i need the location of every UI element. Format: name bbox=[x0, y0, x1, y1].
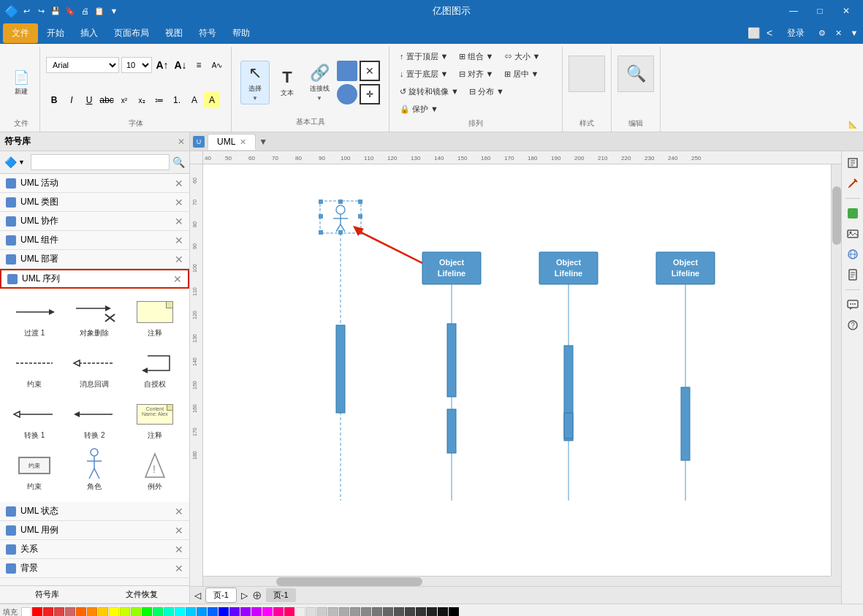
text-tool-btn[interactable]: T 文本 bbox=[273, 61, 302, 104]
print-btn[interactable]: 🖨 bbox=[79, 5, 91, 17]
close-menu-btn[interactable]: ✕ bbox=[832, 27, 844, 39]
color-swatch-purple2[interactable] bbox=[240, 607, 251, 617]
sidebar-item-uml-activity[interactable]: UML 活动 ✕ bbox=[0, 174, 189, 193]
color-swatch-red2[interactable] bbox=[43, 607, 53, 617]
numberedlist-btn[interactable]: 1. bbox=[169, 92, 185, 108]
color-picker-btn[interactable]: A∿ bbox=[209, 57, 225, 73]
color-swatch-sky2[interactable] bbox=[197, 607, 207, 617]
shape-rect-btn[interactable] bbox=[337, 61, 357, 81]
share-btn[interactable]: < bbox=[764, 27, 775, 39]
category-close-btn[interactable]: ✕ bbox=[175, 178, 183, 189]
color-swatch-lime1[interactable] bbox=[120, 607, 130, 617]
category-close-btn[interactable]: ✕ bbox=[175, 544, 183, 555]
symbol-role[interactable]: 角色 bbox=[66, 448, 123, 496]
save-btn[interactable]: 💾 bbox=[50, 5, 61, 17]
shape-x-btn[interactable]: ✕ bbox=[360, 61, 380, 81]
color-swatch-gray7[interactable] bbox=[361, 607, 371, 617]
distribute-btn[interactable]: ⊟ 分布 ▼ bbox=[465, 83, 509, 99]
sidebar-item-uml-collab[interactable]: UML 协作 ✕ bbox=[0, 212, 189, 231]
file-recovery-tab[interactable]: 文件恢复 bbox=[95, 586, 190, 604]
sidebar-item-uml-state[interactable]: UML 状态 ✕ bbox=[0, 502, 189, 521]
tab-more-btn[interactable]: ▼ bbox=[259, 137, 267, 147]
highlight-btn[interactable]: A bbox=[204, 92, 220, 108]
edit-palette-btn[interactable]: 🔍 bbox=[617, 56, 654, 92]
category-close-btn[interactable]: ✕ bbox=[175, 254, 183, 265]
color-swatch-gray10[interactable] bbox=[394, 607, 404, 617]
quickaccess-more-btn[interactable]: ▼ bbox=[108, 5, 120, 17]
scrollbar-h-thumb[interactable] bbox=[276, 577, 422, 586]
color-swatch-cyan2[interactable] bbox=[175, 607, 185, 617]
sidebar-close-btn[interactable]: ✕ bbox=[178, 137, 185, 147]
page-tab-1[interactable]: 页-1 bbox=[205, 588, 237, 603]
symbol-comment[interactable]: 注释 bbox=[126, 294, 183, 343]
color-swatch-sky1[interactable] bbox=[186, 607, 196, 617]
color-swatch-gray1[interactable] bbox=[295, 607, 305, 617]
sidebar-item-uml-deploy[interactable]: UML 部署 ✕ bbox=[0, 250, 189, 269]
send-to-back-btn[interactable]: ↓ 置于底层 ▼ bbox=[395, 66, 453, 82]
sidebar-item-uml-component[interactable]: UML 组件 ✕ bbox=[0, 231, 189, 250]
color-swatch-yellow1[interactable] bbox=[98, 607, 108, 617]
canvas-content[interactable]: Object Lifeline Object Lifeline bbox=[203, 164, 831, 576]
color-swatch-gray2[interactable] bbox=[306, 607, 316, 617]
size-btn[interactable]: ⇔ 大小 ▼ bbox=[500, 48, 545, 64]
close-btn[interactable]: ✕ bbox=[835, 4, 857, 18]
rotate-btn[interactable]: ↺ 旋转和镜像 ▼ bbox=[395, 83, 463, 99]
font-size-select[interactable]: 10 bbox=[121, 57, 152, 73]
symbol-constraint[interactable]: 约束 bbox=[6, 346, 63, 394]
tab-actions[interactable]: ▼ bbox=[259, 137, 267, 147]
color-swatch-gray3[interactable] bbox=[317, 607, 327, 617]
canvas-container[interactable]: 40 50 60 70 80 90 100 110 120 130 140 15… bbox=[190, 151, 841, 586]
share-screen-btn[interactable]: ⬜ bbox=[748, 27, 759, 39]
italic-btn[interactable]: I bbox=[64, 92, 80, 108]
tab-uml[interactable]: UML ✕ bbox=[208, 134, 256, 150]
shape-plus-btn[interactable]: ✛ bbox=[360, 84, 380, 104]
color-swatch-gray5[interactable] bbox=[339, 607, 349, 617]
symbol-msg-return[interactable]: 消息回调 bbox=[66, 346, 123, 394]
right-panel-chat-btn[interactable] bbox=[844, 296, 862, 313]
color-swatch-gray11[interactable] bbox=[405, 607, 415, 617]
color-swatch-gray13[interactable] bbox=[427, 607, 437, 617]
color-swatch-gray9[interactable] bbox=[383, 607, 393, 617]
scrollbar-vertical[interactable] bbox=[831, 164, 841, 576]
color-swatch-green1[interactable] bbox=[142, 607, 152, 617]
menu-start[interactable]: 开始 bbox=[39, 24, 72, 42]
quick-access-toolbar[interactable]: 🔷 ↩ ↪ 💾 🔖 🖨 📋 ▼ bbox=[6, 5, 120, 17]
redo-btn[interactable]: ↪ bbox=[35, 5, 47, 17]
page-nav-next-btn[interactable]: ▷ bbox=[241, 590, 248, 601]
shape-circle-btn[interactable] bbox=[337, 84, 357, 104]
color-swatch-green2[interactable] bbox=[153, 607, 163, 617]
template-btn[interactable]: 📋 bbox=[94, 5, 105, 17]
color-swatch-gray14[interactable] bbox=[438, 607, 448, 617]
connect-tool-btn[interactable]: 🔗 连接线 ▼ bbox=[305, 61, 334, 104]
category-close-btn[interactable]: ✕ bbox=[175, 525, 183, 536]
list-btn[interactable]: ≔ bbox=[151, 92, 167, 108]
sidebar-item-uml-sequence[interactable]: UML 序列 ✕ bbox=[0, 269, 189, 289]
superscript-btn[interactable]: x² bbox=[116, 92, 132, 108]
category-close-btn[interactable]: ✕ bbox=[175, 235, 183, 246]
textcolor-btn[interactable]: A bbox=[186, 92, 202, 108]
sidebar-item-relations[interactable]: 关系 ✕ bbox=[0, 540, 189, 559]
color-swatch-pink1[interactable] bbox=[273, 607, 284, 617]
category-close-btn[interactable]: ✕ bbox=[175, 563, 183, 574]
color-swatch-red4[interactable] bbox=[65, 607, 75, 617]
select-tool-btn[interactable]: ↖ 选择 ▼ bbox=[240, 61, 270, 104]
color-swatch-cyan1[interactable] bbox=[164, 607, 174, 617]
menu-insert[interactable]: 插入 bbox=[73, 24, 105, 42]
color-swatch-red1[interactable] bbox=[32, 607, 42, 617]
bold-btn[interactable]: B bbox=[46, 92, 62, 108]
color-swatch-blue2[interactable] bbox=[218, 607, 229, 617]
menu-page-layout[interactable]: 页面布局 bbox=[107, 24, 156, 42]
color-swatch-gray8[interactable] bbox=[372, 607, 382, 617]
color-swatch-purple3[interactable] bbox=[251, 607, 262, 617]
search-input[interactable] bbox=[31, 154, 170, 170]
symbol-constraint2[interactable]: 约束 约束 bbox=[6, 448, 63, 496]
symbol-convert1[interactable]: 转换 1 bbox=[6, 397, 63, 445]
sidebar-view-btn[interactable]: 🔷 ▼ bbox=[4, 156, 25, 168]
symbol-lib-tab[interactable]: 符号库 bbox=[0, 586, 95, 604]
color-swatch-pink2[interactable] bbox=[284, 607, 294, 617]
subscript-btn[interactable]: x₂ bbox=[134, 92, 150, 108]
protect-btn[interactable]: 🔒 保护 ▼ bbox=[395, 101, 443, 117]
sidebar-item-background[interactable]: 背景 ✕ bbox=[0, 559, 189, 578]
color-swatch-orange1[interactable] bbox=[76, 607, 86, 617]
symbol-self-delegate[interactable]: 自授权 bbox=[126, 346, 183, 394]
